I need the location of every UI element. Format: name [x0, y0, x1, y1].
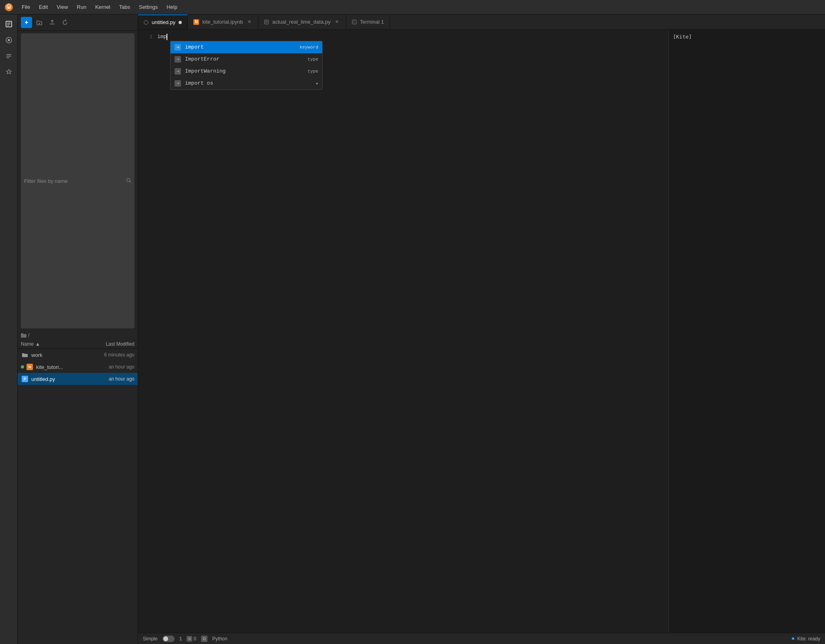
autocomplete-item-importerror[interactable]: ImportError type [171, 53, 322, 65]
kite-logo-icon [790, 636, 796, 642]
file-item-untitled-py[interactable]: P untitled.py an hour ago [18, 373, 138, 385]
status-kernel: Python [212, 636, 227, 642]
ac-type-importerror: type [308, 55, 318, 63]
status-mode: Simple [143, 636, 158, 642]
breadcrumb-path: / [28, 332, 29, 338]
menu-run[interactable]: Run [73, 2, 90, 12]
autocomplete-item-import-os[interactable]: import os ★ [171, 77, 322, 89]
line-number-1: 1 [140, 33, 152, 41]
mode-toggle[interactable] [163, 636, 175, 642]
new-folder-button[interactable] [34, 17, 45, 28]
tab-untitled-py[interactable]: untitled.py [138, 14, 188, 29]
tab-label-actual-real-time: actual_real_time_data.py [272, 19, 330, 25]
new-launcher-button[interactable]: + [21, 17, 32, 28]
search-icon [126, 178, 131, 184]
tab-close-actual[interactable]: ✕ [334, 19, 340, 25]
running-indicator [21, 365, 24, 369]
menu-settings[interactable]: Settings [135, 2, 162, 12]
status-bar: Simple 1 S 0 Python Kite: ready [138, 633, 825, 644]
file-modified-untitled-py: an hour ago [86, 376, 134, 382]
tab-actual-real-time[interactable]: actual_real_time_data.py ✕ [258, 14, 346, 29]
kite-panel: [Kite] [669, 30, 825, 633]
ac-name-import: import [185, 43, 296, 51]
tab-bar: untitled.py N kite_tutorial.ipynb ✕ actu… [138, 14, 825, 30]
column-modified: Last Modified [86, 341, 134, 347]
folder-icon [21, 351, 29, 359]
ac-type-import-os: ★ [315, 79, 318, 87]
sidebar-commands-btn[interactable] [2, 50, 15, 63]
autocomplete-dropdown: import keyword ImportError type [170, 41, 323, 90]
file-item-work[interactable]: work 6 minutes ago [18, 349, 138, 361]
breadcrumb: / [18, 331, 138, 340]
file-name-work: work [31, 352, 86, 358]
editor-content: 1 imp import [138, 30, 825, 633]
tab-dirty-dot [179, 21, 182, 24]
tab-label-kite-tutorial: kite_tutorial.ipynb [202, 19, 243, 25]
sidebar-files-btn[interactable] [2, 18, 15, 30]
tab-terminal1[interactable]: Terminal 1 [346, 14, 390, 29]
refresh-button[interactable] [59, 17, 71, 28]
status-col: S 0 [187, 636, 196, 642]
file-list: work 6 minutes ago N kite_tutori... an h… [18, 349, 138, 644]
file-search-input[interactable] [24, 178, 126, 184]
ac-icon-import-os [175, 80, 181, 87]
tab-kite-tutorial[interactable]: N kite_tutorial.ipynb ✕ [188, 14, 258, 29]
editor-area: untitled.py N kite_tutorial.ipynb ✕ actu… [138, 14, 825, 644]
svg-point-1 [8, 6, 10, 8]
ac-name-import-os: import os [185, 79, 311, 87]
sidebar-running-btn[interactable] [2, 34, 15, 47]
ac-name-importwarning: ImportWarning [185, 67, 304, 75]
status-col-value: 0 [193, 636, 196, 642]
file-panel: + [18, 14, 138, 644]
text-cursor [167, 34, 167, 40]
file-table-header: Name ▲ Last Modified [18, 340, 138, 349]
sort-arrow: ▲ [35, 341, 40, 347]
sidebar-extensions-btn[interactable] [2, 66, 15, 79]
menubar: File Edit View Run Kernel Tabs Settings … [0, 0, 825, 14]
file-item-kite-tutorial[interactable]: N kite_tutori... an hour ago [18, 361, 138, 373]
app-body: + [0, 14, 825, 644]
tab-terminal-icon [352, 20, 357, 24]
ac-type-importwarning: type [308, 67, 318, 75]
tab-python-icon [144, 20, 148, 25]
tab-text-icon [264, 20, 269, 24]
file-modified-work: 6 minutes ago [86, 352, 134, 358]
menu-tabs[interactable]: Tabs [115, 2, 134, 12]
ac-icon-import [175, 44, 181, 51]
menu-kernel[interactable]: Kernel [91, 2, 114, 12]
ac-icon-importerror [175, 56, 181, 63]
menu-edit[interactable]: Edit [35, 2, 52, 12]
svg-point-6 [144, 20, 148, 24]
menu-file[interactable]: File [18, 2, 34, 12]
autocomplete-item-import[interactable]: import keyword [171, 41, 322, 53]
file-toolbar: + [18, 14, 138, 31]
icon-sidebar [0, 14, 18, 644]
ac-icon-importwarning [175, 68, 181, 75]
menu-view[interactable]: View [53, 2, 72, 12]
status-line: 1 [179, 636, 182, 642]
file-name-kite-tutorial: kite_tutori... [36, 364, 86, 370]
svg-point-4 [8, 39, 10, 41]
kite-panel-text: [Kite] [673, 34, 692, 40]
file-search-box[interactable] [21, 33, 134, 328]
notebook-icon: N [26, 363, 34, 371]
line-numbers: 1 [138, 30, 154, 633]
kernel-icon [201, 636, 207, 642]
tab-label-terminal1: Terminal 1 [360, 19, 384, 25]
autocomplete-item-importwarning[interactable]: ImportWarning type [171, 65, 322, 77]
tab-close-kite-tutorial[interactable]: ✕ [246, 19, 252, 25]
file-modified-kite-tutorial: an hour ago [86, 364, 134, 370]
menu-help[interactable]: Help [163, 2, 181, 12]
app-logo [3, 2, 14, 13]
sort-by-name[interactable]: Name ▲ [21, 341, 86, 347]
code-line-1: imp [154, 33, 669, 41]
kite-status-text: Kite: ready [797, 636, 820, 642]
python-icon: P [21, 375, 29, 383]
code-area[interactable]: imp import keyword [154, 30, 669, 633]
kite-status[interactable]: Kite: ready [790, 636, 820, 642]
ac-type-import: keyword [300, 43, 318, 51]
upload-button[interactable] [47, 17, 58, 28]
svg-point-9 [203, 638, 205, 640]
svg-point-5 [127, 178, 130, 182]
tab-label-untitled-py: untitled.py [152, 19, 175, 25]
